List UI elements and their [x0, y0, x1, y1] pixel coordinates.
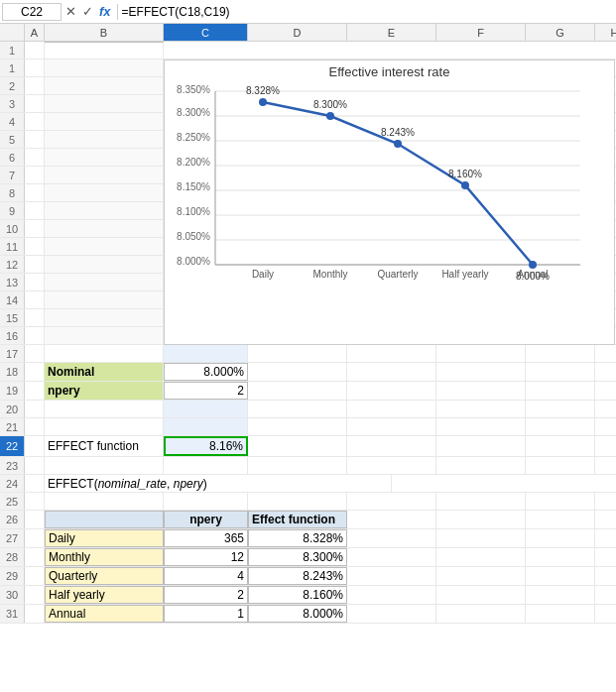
cell-a1[interactable]: [25, 42, 45, 58]
cell-d25[interactable]: [248, 493, 347, 510]
cell-b1[interactable]: [45, 42, 164, 58]
cell-a18[interactable]: [25, 363, 45, 381]
cell-e25[interactable]: [347, 493, 436, 510]
formula-input[interactable]: =EFFECT(C18,C19): [122, 5, 614, 19]
cell-f30[interactable]: [436, 586, 526, 604]
cell-b29-quarterly[interactable]: Quarterly: [45, 567, 164, 585]
cell-g25[interactable]: [526, 493, 595, 510]
cell-d19[interactable]: [248, 382, 347, 400]
cell-c28-npery[interactable]: 12: [164, 548, 248, 566]
cell-e31[interactable]: [347, 605, 436, 623]
cell-f17[interactable]: [436, 345, 526, 362]
cell-a29[interactable]: [25, 567, 45, 585]
cell-b21[interactable]: [45, 418, 164, 435]
cell-a21[interactable]: [25, 418, 45, 435]
cell-d20[interactable]: [248, 401, 347, 417]
cell-b31-annual[interactable]: Annual: [45, 605, 164, 623]
cell-b23[interactable]: [45, 457, 164, 474]
cell-e19[interactable]: [347, 382, 436, 400]
cell-c29-npery[interactable]: 4: [164, 567, 248, 585]
cell-d22[interactable]: [248, 436, 347, 456]
cell-b30-halfyearly[interactable]: Half yearly: [45, 586, 164, 604]
cell-f19[interactable]: [436, 382, 526, 400]
col-header-d[interactable]: D: [248, 24, 347, 41]
cell-a12[interactable]: [25, 256, 45, 273]
cell-b14[interactable]: [45, 291, 164, 308]
cell-d31-effect[interactable]: 8.000%: [248, 605, 347, 623]
cell-c23[interactable]: [164, 457, 248, 474]
cell-a27[interactable]: [25, 529, 45, 547]
cell-h26[interactable]: [595, 511, 616, 528]
cell-a6[interactable]: [25, 149, 45, 166]
cell-b12[interactable]: [45, 256, 164, 273]
cell-b8[interactable]: [45, 184, 164, 201]
cell-a1[interactable]: [25, 59, 45, 76]
cell-g19[interactable]: [526, 382, 595, 400]
cell-h27[interactable]: [595, 529, 616, 547]
cell-d27-effect[interactable]: 8.328%: [248, 529, 347, 547]
cell-b2[interactable]: [45, 77, 164, 94]
cell-reference[interactable]: C22: [2, 3, 62, 21]
cell-b17[interactable]: [45, 345, 164, 362]
cell-a15[interactable]: [25, 309, 45, 326]
cell-h30[interactable]: [595, 586, 616, 604]
cell-d28-effect[interactable]: 8.300%: [248, 548, 347, 566]
cell-c27-npery[interactable]: 365: [164, 529, 248, 547]
cell-f25[interactable]: [436, 493, 526, 510]
cell-e21[interactable]: [347, 418, 436, 435]
cell-a25[interactable]: [25, 493, 45, 510]
cell-b13[interactable]: [45, 274, 164, 290]
cell-e29[interactable]: [347, 567, 436, 585]
cell-f27[interactable]: [436, 529, 526, 547]
cell-c31-npery[interactable]: 1: [164, 605, 248, 623]
cell-g27[interactable]: [526, 529, 595, 547]
cell-b10[interactable]: [45, 220, 164, 237]
cell-h19[interactable]: [595, 382, 616, 400]
cell-b27-daily[interactable]: Daily: [45, 529, 164, 547]
cell-a5[interactable]: [25, 131, 45, 148]
cell-h28[interactable]: [595, 548, 616, 566]
cell-b20[interactable]: [45, 401, 164, 417]
cell-g28[interactable]: [526, 548, 595, 566]
cell-g29[interactable]: [526, 567, 595, 585]
col-header-f[interactable]: F: [436, 24, 526, 41]
col-header-g[interactable]: G: [526, 24, 595, 41]
cell-g20[interactable]: [526, 401, 595, 417]
cell-d26-effect[interactable]: Effect function: [248, 511, 347, 528]
cell-d30-effect[interactable]: 8.160%: [248, 586, 347, 604]
cell-e28[interactable]: [347, 548, 436, 566]
cell-b22[interactable]: EFFECT function: [45, 436, 164, 456]
cell-b3[interactable]: [45, 95, 164, 112]
cell-a30[interactable]: [25, 586, 45, 604]
cell-h22[interactable]: [595, 436, 616, 456]
cell-a9[interactable]: [25, 202, 45, 219]
cell-a19[interactable]: [25, 382, 45, 400]
cell-c21[interactable]: [164, 418, 248, 435]
cell-h29[interactable]: [595, 567, 616, 585]
col-header-h[interactable]: H: [595, 24, 616, 41]
cell-b25[interactable]: [45, 493, 164, 510]
cell-b26[interactable]: [45, 511, 164, 528]
cell-b19[interactable]: npery: [45, 382, 164, 400]
col-header-b[interactable]: B: [45, 24, 164, 41]
cell-c22[interactable]: 8.16%: [164, 436, 248, 456]
cancel-icon[interactable]: ✕: [63, 4, 78, 19]
cell-e18[interactable]: [347, 363, 436, 381]
cell-a2[interactable]: [25, 77, 45, 94]
cell-f28[interactable]: [436, 548, 526, 566]
cell-b15[interactable]: [45, 309, 164, 326]
cell-g22[interactable]: [526, 436, 595, 456]
col-header-e[interactable]: E: [347, 24, 436, 41]
cell-c30-npery[interactable]: 2: [164, 586, 248, 604]
cell-g31[interactable]: [526, 605, 595, 623]
cell-a13[interactable]: [25, 274, 45, 290]
cell-h17[interactable]: [595, 345, 616, 362]
cell-g18[interactable]: [526, 363, 595, 381]
cell-a23[interactable]: [25, 457, 45, 474]
cell-c18[interactable]: 8.000%: [164, 363, 248, 381]
cell-f29[interactable]: [436, 567, 526, 585]
cell-a10[interactable]: [25, 220, 45, 237]
cell-a14[interactable]: [25, 291, 45, 308]
cell-d29-effect[interactable]: 8.243%: [248, 567, 347, 585]
cell-b6[interactable]: [45, 149, 164, 166]
